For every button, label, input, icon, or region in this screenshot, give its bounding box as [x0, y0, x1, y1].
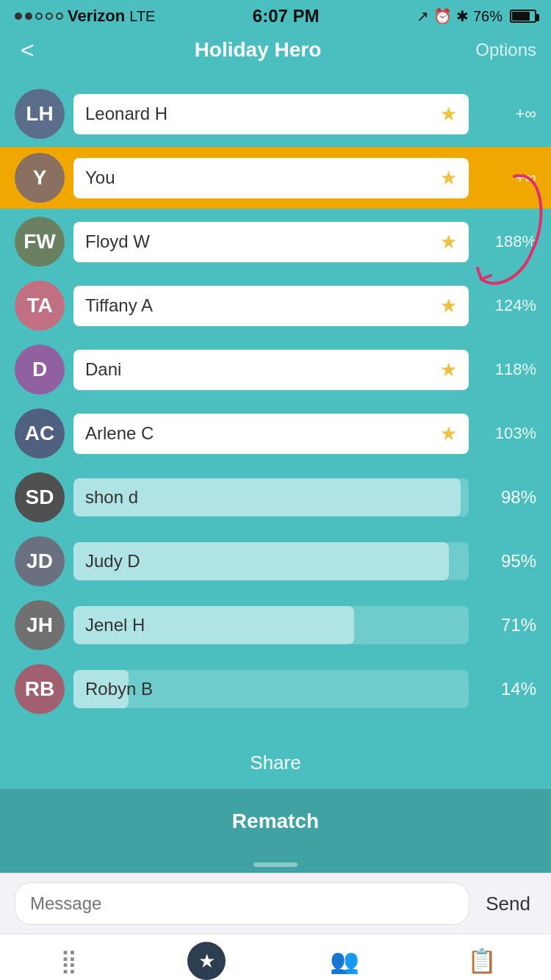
name-bar: You★: [73, 158, 469, 198]
list-item: RBRobyn B14%: [0, 658, 551, 720]
list-item: TATiffany A★124%: [0, 275, 551, 336]
star-icon: ★: [440, 422, 457, 445]
list-item: ACArlene C★103%: [0, 403, 551, 464]
entry-score: 14%: [478, 679, 536, 699]
list-item: DDani★118%: [0, 339, 551, 400]
avatar: Y: [15, 153, 65, 203]
list-item: JDJudy D95%: [0, 530, 551, 592]
list-item: SDshon d98%: [0, 466, 551, 528]
options-button[interactable]: Options: [475, 40, 536, 60]
network-label: LTE: [129, 8, 155, 25]
star-icon: ★: [440, 103, 457, 126]
entry-score: +∞: [478, 104, 536, 123]
dot5: [56, 12, 63, 20]
avatar: AC: [15, 408, 65, 458]
message-area: Send: [0, 873, 551, 934]
status-right: ↗ ⏰ ✱ 76%: [417, 7, 536, 25]
entry-name: Arlene C: [85, 423, 154, 444]
entry-score: 95%: [478, 551, 536, 572]
avatar: D: [15, 345, 65, 394]
entry-score: 98%: [478, 487, 536, 508]
status-left: Verizon LTE: [15, 7, 155, 26]
list-item: FWFloyd W★188%: [0, 211, 551, 273]
drag-handle: [253, 862, 298, 867]
header: < Holiday Hero Options: [0, 29, 551, 73]
tab-challenges[interactable]: ★Challenges: [138, 934, 276, 980]
dot2: [25, 12, 32, 20]
list-item: LHLeonard H★+∞: [0, 83, 551, 145]
entry-score: +∞: [478, 168, 536, 187]
battery-percent: 76%: [473, 8, 503, 25]
page-title: Holiday Hero: [195, 38, 322, 62]
name-bar: Floyd W★: [73, 222, 469, 262]
entry-score: 118%: [478, 360, 536, 379]
entry-name: Dani: [85, 359, 121, 380]
name-bar: Tiffany A★: [73, 286, 469, 326]
dot3: [35, 12, 43, 20]
avatar: JH: [15, 600, 65, 650]
star-icon: ★: [440, 295, 457, 317]
entry-name: Robyn B: [73, 670, 469, 708]
carrier-label: Verizon: [68, 7, 125, 26]
entry-score: 71%: [478, 615, 536, 635]
send-button[interactable]: Send: [480, 887, 536, 921]
share-button[interactable]: Share: [0, 737, 551, 789]
rematch-button[interactable]: Rematch: [0, 789, 551, 854]
friends-icon: 👥: [330, 947, 359, 975]
avatar: SD: [15, 472, 65, 522]
challenges-badge: ★: [187, 942, 226, 980]
dot4: [46, 12, 53, 20]
star-icon: ★: [440, 231, 457, 253]
bluetooth-icon: ✱: [456, 7, 469, 25]
star-icon: ★: [440, 167, 457, 190]
alarm-icon: ⏰: [433, 7, 452, 25]
dot1: [15, 12, 22, 20]
rematch-section: Rematch: [0, 789, 551, 873]
tab-friends[interactable]: 👥Friends: [276, 934, 414, 980]
avatar: TA: [15, 281, 65, 331]
entry-name: You: [85, 167, 115, 188]
account-icon: 📋: [467, 947, 497, 975]
entry-name: Leonard H: [85, 104, 168, 124]
tab-bar: ⣿Dashboard★Challenges👥Friends📋Account: [0, 934, 551, 980]
entry-name: Judy D: [73, 542, 469, 580]
entry-name: shon d: [73, 478, 469, 516]
entry-name: Tiffany A: [85, 295, 153, 316]
name-bar: Arlene C★: [73, 414, 469, 454]
challenges-star-icon: ★: [198, 950, 215, 973]
avatar: JD: [15, 536, 65, 586]
avatar: FW: [15, 217, 65, 267]
entry-name: Floyd W: [85, 231, 150, 252]
entry-name: Jenel H: [73, 606, 469, 644]
message-input[interactable]: [15, 882, 469, 925]
name-bar: Leonard H★: [73, 94, 469, 134]
entry-score: 103%: [478, 424, 536, 443]
back-button[interactable]: <: [15, 34, 40, 67]
battery-fill: [512, 12, 530, 21]
tab-account[interactable]: 📋Account: [414, 934, 552, 980]
entry-score: 188%: [478, 232, 536, 251]
signal-dots: [15, 12, 63, 20]
star-icon: ★: [440, 359, 457, 381]
avatar: LH: [15, 89, 65, 139]
status-bar: Verizon LTE 6:07 PM ↗ ⏰ ✱ 76%: [0, 0, 551, 29]
leaderboard: LHLeonard H★+∞YYou★+∞FWFloyd W★188%TATif…: [0, 73, 551, 729]
list-item: JHJenel H71%: [0, 594, 551, 656]
entry-score: 124%: [478, 296, 536, 315]
tab-dashboard[interactable]: ⣿Dashboard: [0, 934, 138, 980]
list-item: YYou★+∞: [0, 147, 551, 209]
name-bar: Dani★: [73, 350, 469, 390]
avatar: RB: [15, 664, 65, 714]
battery-icon: [510, 10, 536, 23]
location-icon: ↗: [417, 7, 429, 25]
time-label: 6:07 PM: [253, 6, 320, 26]
dashboard-icon: ⣿: [60, 947, 77, 975]
